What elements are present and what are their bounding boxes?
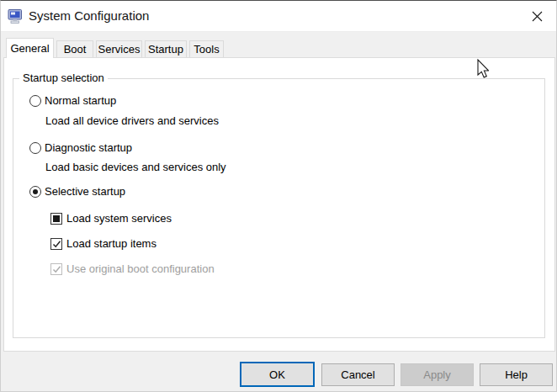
indeterminate-mark-icon [53, 215, 60, 222]
window-title: System Configuration [29, 8, 149, 23]
startup-selection-group-label: Startup selection [19, 72, 108, 84]
diagnostic-startup-description: Load basic devices and services only [45, 161, 226, 173]
ok-button[interactable]: OK [240, 362, 315, 387]
checkmark-icon [52, 240, 61, 249]
normal-startup-label[interactable]: Normal startup [45, 94, 116, 107]
load-system-services-label[interactable]: Load system services [66, 212, 172, 225]
selective-startup-radio[interactable] [29, 186, 41, 198]
close-icon [532, 11, 543, 22]
normal-startup-radio[interactable] [29, 95, 41, 107]
tab-services[interactable]: Services [96, 40, 142, 57]
load-system-services-checkbox[interactable] [50, 213, 62, 225]
tab-boot[interactable]: Boot [56, 40, 93, 57]
mouse-cursor-icon [474, 59, 489, 79]
use-original-boot-configuration-label: Use original boot configuration [66, 262, 215, 275]
selective-startup-label[interactable]: Selective startup [45, 185, 125, 198]
cancel-button[interactable]: Cancel [321, 363, 395, 386]
checkmark-icon [52, 265, 61, 274]
diagnostic-startup-radio[interactable] [29, 142, 41, 154]
close-button[interactable] [518, 1, 556, 31]
diagnostic-startup-label[interactable]: Diagnostic startup [45, 141, 132, 154]
titlebar: System Configuration [1, 1, 556, 32]
load-startup-items-label[interactable]: Load startup items [66, 237, 156, 250]
apply-button: Apply [401, 363, 474, 386]
help-button[interactable]: Help [480, 363, 553, 386]
system-configuration-window: System Configuration General Boot Servic… [0, 0, 557, 392]
tab-tools[interactable]: Tools [189, 40, 224, 57]
tab-general[interactable]: General [6, 38, 54, 58]
normal-startup-description: Load all device drivers and services [45, 114, 219, 127]
use-original-boot-configuration-checkbox [50, 263, 62, 275]
msconfig-app-icon [8, 8, 24, 24]
tab-startup[interactable]: Startup [145, 40, 187, 57]
load-startup-items-checkbox[interactable] [50, 238, 62, 250]
